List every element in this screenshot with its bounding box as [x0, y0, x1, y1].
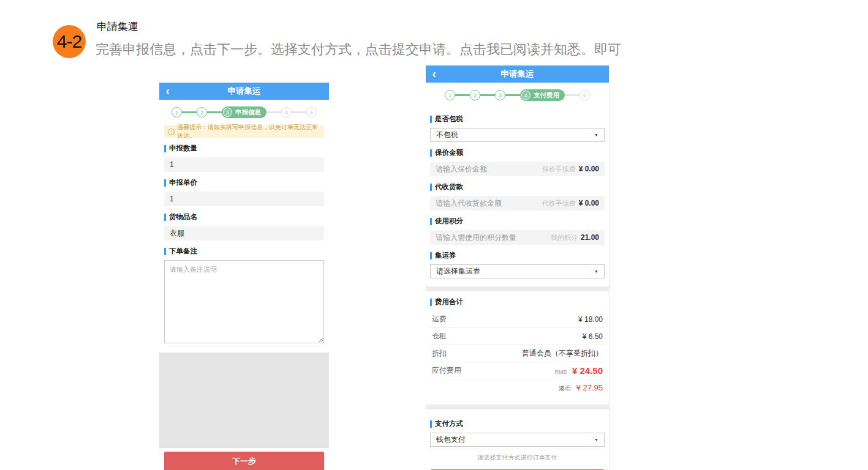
phone-screenshot-payment: ‹ 申请集运 1 2 3 4 支付费用 5 是否包税 不包税 ▼ 保价金额 请输…	[426, 65, 609, 470]
chevron-down-icon: ▼	[594, 438, 598, 442]
field-label-quantity: 申报数量	[164, 144, 324, 153]
step-5: 5	[306, 107, 317, 118]
field-label-tax: 是否包税	[430, 114, 605, 124]
progress-stepper: 1 2 3 4 支付费用 5	[426, 83, 609, 108]
step-2: 2	[470, 90, 480, 100]
app-title: 申请集运	[228, 86, 261, 97]
cod-fee-label: 代收手续费	[542, 199, 576, 208]
field-label-goods-name: 货物品名	[164, 212, 324, 222]
quantity-input[interactable]: 1	[164, 157, 324, 172]
empty-placeholder-area	[159, 352, 329, 448]
payable-amount-hkd: ¥ 27.95	[576, 383, 603, 392]
field-label-insurance: 保价金额	[430, 148, 605, 157]
fee-row-discount: 折扣 普通会员（不享受折扣）	[430, 345, 605, 362]
field-label-coupon: 集运券	[430, 251, 605, 260]
unit-price-input[interactable]: 1	[164, 192, 324, 206]
payable-amount-rmb: ¥ 24.50	[572, 365, 603, 376]
step-2: 2	[197, 107, 207, 118]
step-4: 4	[281, 107, 292, 118]
fee-row-storage: 仓租 ¥ 6.50	[430, 328, 605, 345]
field-label-order-note: 下单备注	[164, 247, 324, 256]
step-3-active: 3 申报信息	[222, 106, 266, 118]
step-5: 5	[579, 90, 590, 100]
section-divider	[426, 286, 609, 291]
back-icon[interactable]: ‹	[166, 81, 170, 102]
page-title: 申請集運	[97, 20, 138, 34]
progress-stepper: 1 2 3 申报信息 4 5	[159, 100, 329, 125]
app-header: ‹ 申请集运	[159, 83, 329, 100]
field-label-payment: 支付方式	[430, 419, 605, 428]
active-step-label: 支付费用	[534, 91, 559, 100]
points-input[interactable]: 请输入需使用的积分数量 我的积分 21.00	[430, 230, 605, 245]
page-instructions: 完善申报信息，点击下一步。选择支付方式，点击提交申请。点击我已阅读并知悉。即可	[96, 40, 621, 59]
chevron-down-icon: ▼	[594, 133, 598, 137]
my-points-label: 我的积分	[551, 233, 578, 242]
step-4-active: 4 支付费用	[520, 89, 565, 101]
cod-fee-value: ¥ 0.00	[579, 199, 599, 207]
my-points-value: 21.00	[581, 233, 599, 242]
fee-row-shipping: 运费 ¥ 18.00	[430, 311, 605, 328]
step-badge: 4-2	[53, 25, 86, 58]
field-label-points: 使用积分	[430, 217, 605, 226]
section-divider	[426, 405, 609, 409]
fee-summary-title: 费用合计	[430, 297, 605, 307]
fee-row-payable: 应付费用 RMB ¥ 24.50	[430, 362, 605, 379]
field-label-unit-price: 申报单价	[164, 178, 324, 187]
app-header: ‹ 申请集运	[426, 65, 609, 83]
warm-tip-banner: ! 温馨提示：请如实填写申报信息，以免订单无法正常送达。	[164, 125, 324, 138]
info-circle-icon: !	[168, 129, 175, 135]
field-label-cod: 代收货款	[430, 182, 605, 192]
tax-select[interactable]: 不包税 ▼	[430, 128, 605, 142]
insurance-fee-label: 保价手续费	[542, 165, 576, 174]
back-icon[interactable]: ‹	[432, 65, 436, 84]
cod-amount-input[interactable]: 请输入代收货款金额 代收手续费 ¥ 0.00	[430, 196, 605, 211]
coupon-select[interactable]: 请选择集运券 ▼	[430, 264, 605, 278]
next-step-button[interactable]: 下一步	[164, 452, 324, 470]
warm-tip-text: 温馨提示：请如实填写申报信息，以免订单无法正常送达。	[177, 123, 320, 140]
fee-row-hkd: 港币 ¥ 27.95	[430, 379, 605, 397]
order-note-textarea[interactable]	[164, 260, 324, 343]
app-title: 申请集运	[501, 69, 534, 80]
step-1: 1	[445, 90, 455, 100]
currency-label-hkd: 港币	[559, 385, 571, 392]
step-1: 1	[172, 107, 182, 118]
insurance-amount-input[interactable]: 请输入保价金额 保价手续费 ¥ 0.00	[430, 162, 605, 176]
active-step-label: 申报信息	[235, 108, 261, 117]
payment-method-select[interactable]: 钱包支付 ▼	[430, 433, 605, 447]
insurance-fee-value: ¥ 0.00	[579, 165, 599, 173]
step-3: 3	[495, 90, 505, 100]
goods-name-input[interactable]: 衣服	[164, 226, 324, 241]
phone-screenshot-declaration: ‹ 申请集运 1 2 3 申报信息 4 5 ! 温馨提示：请如实填写申报信息，以…	[159, 83, 329, 451]
currency-label-rmb: RMB	[555, 369, 567, 375]
chevron-down-icon: ▼	[594, 269, 598, 274]
payment-helper-text: 请选择支付方式进行订单支付	[426, 453, 609, 462]
